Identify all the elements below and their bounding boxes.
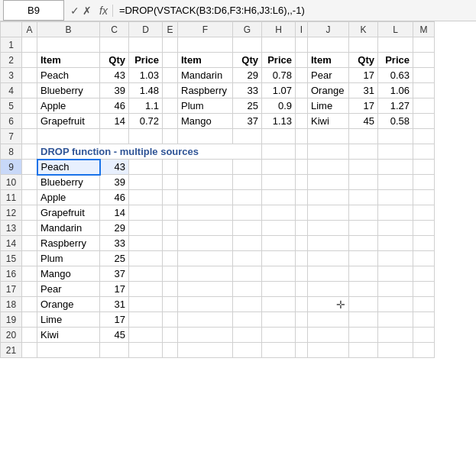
cell-f19[interactable] <box>178 312 233 328</box>
cell-j4[interactable]: Orange <box>308 83 349 98</box>
cell-k12[interactable] <box>349 205 378 221</box>
cell-k13[interactable] <box>349 221 378 236</box>
cell-d15[interactable] <box>129 251 163 266</box>
cell-e21[interactable] <box>163 343 178 358</box>
cell-j7[interactable] <box>308 129 349 144</box>
cell-d19[interactable] <box>129 312 163 328</box>
cell-j19[interactable] <box>308 312 349 328</box>
row-header-14[interactable]: 14 <box>1 236 22 251</box>
cell-c9[interactable]: 43 <box>100 160 129 175</box>
cell-m12[interactable] <box>413 205 435 221</box>
cell-e15[interactable] <box>163 251 178 266</box>
cell-d13[interactable] <box>129 221 163 236</box>
cell-c19[interactable]: 17 <box>100 312 129 328</box>
cell-g1[interactable] <box>233 37 262 53</box>
cell-i18[interactable] <box>296 297 308 312</box>
cell-k15[interactable] <box>349 251 378 266</box>
cell-e20[interactable] <box>163 328 178 343</box>
col-header-e[interactable]: E <box>163 22 178 37</box>
cell-h21[interactable] <box>262 343 296 358</box>
cell-e19[interactable] <box>163 312 178 328</box>
cell-j13[interactable] <box>308 221 349 236</box>
cell-h8[interactable] <box>262 144 296 160</box>
cell-g19[interactable] <box>233 312 262 328</box>
cell-i11[interactable] <box>296 190 308 205</box>
cell-j3[interactable]: Pear <box>308 68 349 83</box>
cell-g7[interactable] <box>233 129 262 144</box>
cell-h5[interactable]: 0.9 <box>262 98 296 114</box>
cell-f11[interactable] <box>178 190 233 205</box>
cell-b20[interactable]: Kiwi <box>37 328 100 343</box>
cell-c2[interactable]: Qty <box>100 53 129 68</box>
formula-content[interactable]: =DROP(VSTACK(B3:D6,F3:H6,J3:L6),,-1) <box>113 5 476 16</box>
cell-c16[interactable]: 37 <box>100 266 129 282</box>
cell-b1[interactable] <box>37 37 100 53</box>
cell-k19[interactable] <box>349 312 378 328</box>
cell-e14[interactable] <box>163 236 178 251</box>
cell-j10[interactable] <box>308 175 349 190</box>
row-header-10[interactable]: 10 <box>1 175 22 190</box>
cell-m10[interactable] <box>413 175 435 190</box>
cell-c5[interactable]: 46 <box>100 98 129 114</box>
cell-b3[interactable]: Peach <box>37 68 100 83</box>
cell-j12[interactable] <box>308 205 349 221</box>
cell-c4[interactable]: 39 <box>100 83 129 98</box>
cell-d5[interactable]: 1.1 <box>129 98 163 114</box>
cell-j2[interactable]: Item <box>308 53 349 68</box>
cell-m16[interactable] <box>413 266 435 282</box>
cell-h18[interactable] <box>262 297 296 312</box>
cell-f10[interactable] <box>178 175 233 190</box>
cell-a11[interactable] <box>22 190 37 205</box>
cell-a16[interactable] <box>22 266 37 282</box>
cell-l11[interactable] <box>378 190 413 205</box>
cell-g6[interactable]: 37 <box>233 114 262 129</box>
cell-b16[interactable]: Mango <box>37 266 100 282</box>
cell-k14[interactable] <box>349 236 378 251</box>
row-header-21[interactable]: 21 <box>1 343 22 358</box>
cell-e11[interactable] <box>163 190 178 205</box>
cell-f17[interactable] <box>178 282 233 297</box>
col-header-l[interactable]: L <box>378 22 413 37</box>
col-header-h[interactable]: H <box>262 22 296 37</box>
cell-e1[interactable] <box>163 37 178 53</box>
cell-g16[interactable] <box>233 266 262 282</box>
cell-a6[interactable] <box>22 114 37 129</box>
cell-a14[interactable] <box>22 236 37 251</box>
cell-l9[interactable] <box>378 160 413 175</box>
cell-b21[interactable] <box>37 343 100 358</box>
cell-l16[interactable] <box>378 266 413 282</box>
cell-j18[interactable]: ✛ <box>308 297 349 312</box>
cell-g18[interactable] <box>233 297 262 312</box>
cell-f20[interactable] <box>178 328 233 343</box>
cell-c1[interactable] <box>100 37 129 53</box>
cell-i10[interactable] <box>296 175 308 190</box>
cell-l6[interactable]: 0.58 <box>378 114 413 129</box>
col-header-d[interactable]: D <box>129 22 163 37</box>
cell-e6[interactable] <box>163 114 178 129</box>
cell-a15[interactable] <box>22 251 37 266</box>
cell-h2[interactable]: Price <box>262 53 296 68</box>
cell-f14[interactable] <box>178 236 233 251</box>
cell-h14[interactable] <box>262 236 296 251</box>
cell-h4[interactable]: 1.07 <box>262 83 296 98</box>
cell-m21[interactable] <box>413 343 435 358</box>
cell-c14[interactable]: 33 <box>100 236 129 251</box>
cell-f13[interactable] <box>178 221 233 236</box>
cell-b5[interactable]: Apple <box>37 98 100 114</box>
cell-i16[interactable] <box>296 266 308 282</box>
cell-c21[interactable] <box>100 343 129 358</box>
cell-h15[interactable] <box>262 251 296 266</box>
cell-d6[interactable]: 0.72 <box>129 114 163 129</box>
cell-c6[interactable]: 14 <box>100 114 129 129</box>
cell-a21[interactable] <box>22 343 37 358</box>
row-header-3[interactable]: 3 <box>1 68 22 83</box>
cell-f7[interactable] <box>178 129 233 144</box>
cell-i13[interactable] <box>296 221 308 236</box>
cell-j5[interactable]: Lime <box>308 98 349 114</box>
cell-j9[interactable] <box>308 160 349 175</box>
cell-l7[interactable] <box>378 129 413 144</box>
cell-l12[interactable] <box>378 205 413 221</box>
col-header-b[interactable]: B <box>37 22 100 37</box>
cell-k18[interactable] <box>349 297 378 312</box>
cell-m7[interactable] <box>413 129 435 144</box>
